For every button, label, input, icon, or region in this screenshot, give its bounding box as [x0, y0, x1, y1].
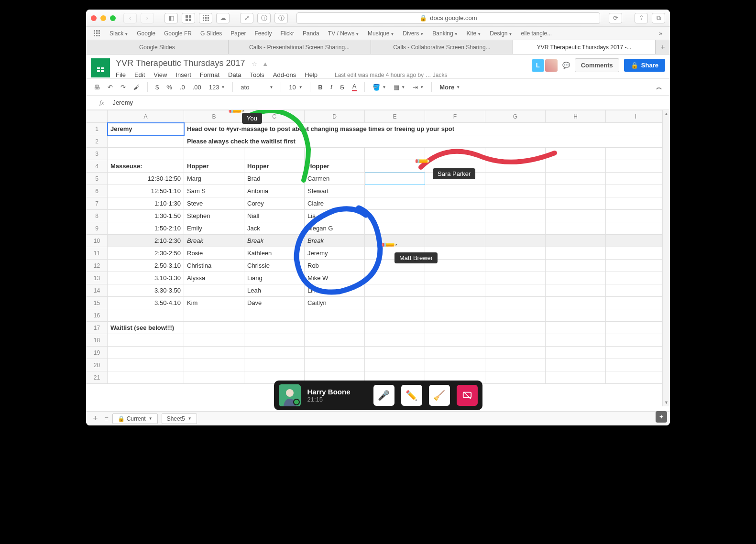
cell[interactable]: Kim	[184, 297, 244, 309]
cell[interactable]	[425, 235, 485, 247]
bookmark-item[interactable]: G Slides	[197, 29, 226, 38]
chat-icon[interactable]: 💬	[562, 62, 570, 69]
cell[interactable]	[425, 334, 485, 347]
cell[interactable]	[546, 347, 606, 359]
cell[interactable]: Antonia	[244, 185, 305, 197]
cell[interactable]	[606, 272, 666, 284]
row-header[interactable]: 5	[87, 173, 108, 185]
cell[interactable]	[485, 148, 546, 160]
dec-decrease-button[interactable]: .0	[177, 82, 188, 92]
cell[interactable]: Break	[244, 235, 305, 247]
cell[interactable]	[365, 309, 425, 322]
cell[interactable]	[546, 297, 606, 309]
tabs-button[interactable]: ⧉	[652, 13, 665, 23]
cell[interactable]	[108, 371, 184, 384]
cell[interactable]	[485, 347, 546, 359]
italic-button[interactable]: I	[328, 82, 335, 92]
bookmark-item[interactable]: Flickr	[276, 29, 298, 38]
bookmarks-overflow[interactable]: »	[655, 29, 666, 38]
formula-input[interactable]: Jeremy	[112, 99, 133, 106]
cell[interactable]	[485, 260, 546, 272]
cell[interactable]: 3.10-3.30	[108, 272, 184, 284]
cell[interactable]: Corey	[244, 197, 305, 210]
cell[interactable]: Chrissie	[244, 260, 305, 272]
cell[interactable]: Leah	[244, 284, 305, 297]
row-header[interactable]: 11	[87, 247, 108, 260]
cell[interactable]	[425, 284, 485, 297]
cell[interactable]	[425, 148, 485, 160]
column-header[interactable]: F	[425, 110, 485, 123]
all-sheets-button[interactable]: ≡	[105, 415, 109, 423]
text-color-button[interactable]: A	[349, 81, 360, 93]
cell[interactable]	[485, 185, 546, 197]
cell[interactable]: Claire	[305, 197, 365, 210]
cell[interactable]	[244, 334, 305, 347]
cell[interactable]: 1:30-1:50	[108, 210, 184, 222]
strike-button[interactable]: S	[337, 82, 347, 92]
cell[interactable]	[546, 222, 606, 235]
cell[interactable]	[425, 210, 485, 222]
apps-icon[interactable]	[90, 29, 104, 37]
row-header[interactable]: 19	[87, 347, 108, 359]
menu-item[interactable]: Data	[228, 71, 241, 78]
cell[interactable]: Christina	[184, 260, 244, 272]
sidebar-button[interactable]: ◧	[164, 13, 178, 23]
share-button[interactable]: ⇪	[635, 13, 648, 23]
menu-item[interactable]: File	[116, 71, 126, 78]
cell[interactable]: Jack	[244, 222, 305, 235]
cell[interactable]	[606, 334, 666, 347]
cell[interactable]	[485, 160, 546, 173]
bookmark-item[interactable]: Slack▼	[106, 29, 132, 38]
cell[interactable]: Caitlyn	[305, 297, 365, 309]
row-header[interactable]: 21	[87, 371, 108, 384]
cell[interactable]	[546, 247, 606, 260]
topsites-button[interactable]	[182, 13, 195, 23]
cell[interactable]	[365, 322, 425, 334]
cell[interactable]	[425, 222, 485, 235]
column-header[interactable]: I	[606, 110, 666, 123]
redo-button[interactable]: ↷	[118, 82, 129, 92]
cell[interactable]	[606, 235, 666, 247]
merge-button[interactable]: ⇥▼	[410, 82, 427, 92]
row-header[interactable]: 20	[87, 359, 108, 371]
sheets-logo-icon[interactable]	[91, 58, 110, 77]
column-header[interactable]: H	[546, 110, 606, 123]
cell[interactable]	[365, 185, 425, 197]
spreadsheet-grid[interactable]: ABCDEFGHI 1JeremyHead over to #yvr-massa…	[86, 110, 670, 406]
bookmark-item[interactable]: TV / News▼	[324, 29, 363, 38]
row-header[interactable]: 1	[87, 123, 108, 135]
doc-title[interactable]: YVR Therapeutic Thursdays 2017	[116, 58, 245, 68]
row-header[interactable]: 10	[87, 235, 108, 247]
row-header[interactable]: 3	[87, 148, 108, 160]
cell[interactable]: Lima	[305, 284, 365, 297]
row-header[interactable]: 13	[87, 272, 108, 284]
cell[interactable]: 2:10-2:30	[108, 235, 184, 247]
cell[interactable]: Jeremy	[305, 247, 365, 260]
cell[interactable]	[606, 185, 666, 197]
url-bar[interactable]: 🔒 docs.google.com	[296, 12, 600, 24]
cell[interactable]	[606, 173, 666, 185]
cell[interactable]: Mike W	[305, 272, 365, 284]
cell[interactable]	[184, 359, 244, 371]
cell[interactable]	[365, 210, 425, 222]
cell[interactable]	[365, 334, 425, 347]
cell[interactable]	[606, 197, 666, 210]
cell[interactable]	[425, 272, 485, 284]
cell[interactable]	[244, 309, 305, 322]
new-tab-button[interactable]: +	[656, 40, 670, 54]
column-header[interactable]: E	[365, 110, 425, 123]
bookmark-item[interactable]: elle tangle...	[517, 29, 556, 38]
cell[interactable]: Stewart	[305, 185, 365, 197]
forward-button[interactable]: ›	[141, 13, 154, 23]
cell[interactable]	[305, 347, 365, 359]
add-sheet-button[interactable]: +	[90, 413, 101, 424]
back-button[interactable]: ‹	[123, 13, 137, 23]
bookmark-item[interactable]: Design▼	[486, 29, 516, 38]
cell[interactable]	[546, 371, 606, 384]
bookmark-item[interactable]: Feedly	[251, 29, 275, 38]
column-header[interactable]: G	[485, 110, 546, 123]
cell[interactable]: 3.30-3.50	[108, 284, 184, 297]
cell[interactable]: Hopper	[184, 160, 244, 173]
cell[interactable]	[365, 284, 425, 297]
cell[interactable]	[606, 284, 666, 297]
